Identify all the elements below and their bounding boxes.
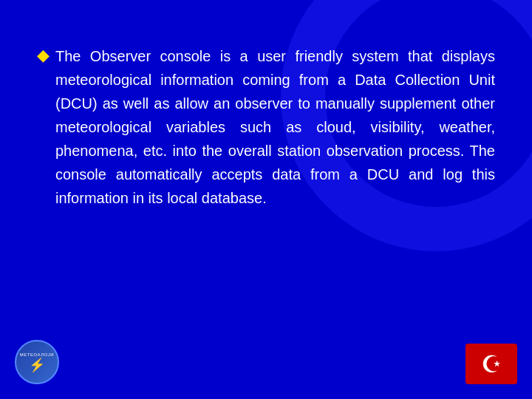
- logo-bolt: ⚡: [20, 358, 54, 372]
- bottom-left-logo: МЕТЕОАЛОЈИ ⚡: [15, 340, 59, 384]
- logo-circle: МЕТЕОАЛОЈИ ⚡: [15, 340, 59, 384]
- main-paragraph: The Observer console is a user friendly …: [55, 44, 495, 210]
- content-area: ◆ The Observer console is a user friendl…: [37, 44, 495, 325]
- turkish-flag: ☪: [466, 344, 517, 384]
- bullet-point: ◆ The Observer console is a user friendl…: [37, 44, 495, 210]
- bullet-icon: ◆: [37, 46, 50, 65]
- crescent-star-icon: ☪: [481, 352, 502, 376]
- logo-inner: МЕТЕОАЛОЈИ ⚡: [20, 352, 54, 371]
